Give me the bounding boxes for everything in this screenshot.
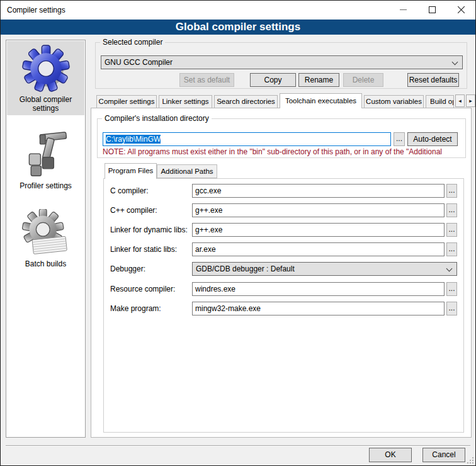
settings-category-list: Global compiler settings Profiler <box>6 40 86 438</box>
tab-search-directories[interactable]: Search directories <box>214 95 278 108</box>
tab-scroll-right-button[interactable]: ▸ <box>466 94 475 107</box>
window-title: Compiler settings <box>7 1 65 20</box>
compiler-settings-dialog: Compiler settings Global compiler settin… <box>0 0 476 466</box>
sidebar-item-batch-builds[interactable]: Batch builds <box>7 196 84 271</box>
note-text: NOTE: All programs must exist either in … <box>103 147 464 156</box>
titlebar[interactable]: Compiler settings <box>1 1 475 20</box>
set-as-default-button[interactable]: Set as default <box>179 73 234 87</box>
chevron-down-icon <box>446 266 453 272</box>
installation-directory-value: C:\raylib\MinGW <box>106 135 161 144</box>
tab-custom-variables[interactable]: Custom variables <box>364 95 424 108</box>
toolchain-executables-page: Compiler's installation directory C:\ray… <box>91 108 472 438</box>
copy-button[interactable]: Copy <box>250 73 296 87</box>
linker-static-label: Linker for static libs: <box>110 242 177 256</box>
sidebar-item-global-compiler-settings[interactable]: Global compiler settings <box>7 41 84 115</box>
linker-dynamic-browse-button[interactable]: ... <box>446 223 457 237</box>
compiler-select-value: GNU GCC Compiler <box>105 58 173 67</box>
resize-grip[interactable] <box>467 457 473 463</box>
selected-compiler-group-label: Selected compiler <box>100 38 165 47</box>
linker-dynamic-input[interactable]: g++.exe <box>192 223 445 237</box>
resource-compiler-browse-button[interactable]: ... <box>446 282 457 296</box>
installation-directory-group-label: Compiler's installation directory <box>102 114 212 123</box>
maximize-icon <box>429 6 436 13</box>
tab-scroll-left-button[interactable]: ◂ <box>455 94 465 107</box>
c-compiler-label: C compiler: <box>110 184 149 198</box>
cpp-compiler-browse-button[interactable]: ... <box>446 203 457 217</box>
resource-compiler-label: Resource compiler: <box>110 282 175 296</box>
sidebar-item-label: Batch builds <box>25 259 66 268</box>
maximize-button[interactable] <box>417 1 446 19</box>
c-compiler-browse-button[interactable]: ... <box>446 184 457 198</box>
delete-button[interactable]: Delete <box>343 73 383 87</box>
arrow-right-icon: ▸ <box>469 98 472 104</box>
auto-detect-button[interactable]: Auto-detect <box>407 132 458 146</box>
subtab-additional-paths[interactable]: Additional Paths <box>157 164 217 178</box>
arrow-left-icon: ◂ <box>458 98 462 104</box>
sidebar-item-label: Profiler settings <box>20 181 72 190</box>
c-compiler-input[interactable]: gcc.exe <box>192 184 445 198</box>
cpp-compiler-label: C++ compiler: <box>110 203 157 217</box>
tab-toolchain-executables[interactable]: Toolchain executables <box>280 93 362 108</box>
close-button[interactable] <box>446 1 475 19</box>
sidebar-item-label: Global compiler settings <box>7 95 84 113</box>
compiler-select[interactable]: GNU GCC Compiler <box>101 55 463 69</box>
footer-separator <box>6 445 470 446</box>
gear-blue-icon <box>22 45 70 93</box>
reset-defaults-button[interactable]: Reset defaults <box>407 73 459 87</box>
browse-directory-button[interactable]: ... <box>394 132 405 146</box>
cpp-compiler-input[interactable]: g++.exe <box>192 203 445 217</box>
cancel-button[interactable]: Cancel <box>422 448 465 462</box>
installation-directory-input[interactable]: C:\raylib\MinGW <box>103 132 391 146</box>
caliper-icon <box>22 131 70 179</box>
make-program-browse-button[interactable]: ... <box>446 302 457 315</box>
debugger-select[interactable]: GDB/CDB debugger : Default <box>192 262 457 276</box>
gear-stack-icon <box>22 209 70 257</box>
rename-button[interactable]: Rename <box>298 73 339 87</box>
installation-directory-group: Compiler's installation directory C:\ray… <box>97 118 466 158</box>
linker-static-browse-button[interactable]: ... <box>446 242 457 256</box>
sidebar-item-profiler-settings[interactable]: Profiler settings <box>7 118 84 193</box>
tab-compiler-settings[interactable]: Compiler settings <box>96 95 157 108</box>
linker-dynamic-label: Linker for dynamic libs: <box>110 223 188 237</box>
close-icon <box>457 6 465 14</box>
ok-button[interactable]: OK <box>369 448 412 462</box>
chevron-down-icon <box>452 59 458 65</box>
make-program-label: Make program: <box>110 302 161 315</box>
debugger-select-value: GDB/CDB debugger : Default <box>196 264 295 273</box>
linker-static-input[interactable]: ar.exe <box>192 242 445 256</box>
minimize-button[interactable] <box>388 1 417 19</box>
make-program-input[interactable]: mingw32-make.exe <box>192 302 445 315</box>
subtab-program-files[interactable]: Program Files <box>105 163 157 179</box>
tab-build-options[interactable]: Build options <box>426 95 454 108</box>
minimize-icon <box>400 9 407 10</box>
page-title: Global compiler settings <box>1 20 475 35</box>
selected-compiler-group: Selected compiler GNU GCC Compiler Set a… <box>95 42 467 89</box>
resource-compiler-input[interactable]: windres.exe <box>192 282 445 296</box>
program-files-panel: C compiler: gcc.exe ... C++ compiler: g+… <box>103 178 464 433</box>
tab-linker-settings[interactable]: Linker settings <box>159 95 212 108</box>
debugger-label: Debugger: <box>110 262 145 276</box>
